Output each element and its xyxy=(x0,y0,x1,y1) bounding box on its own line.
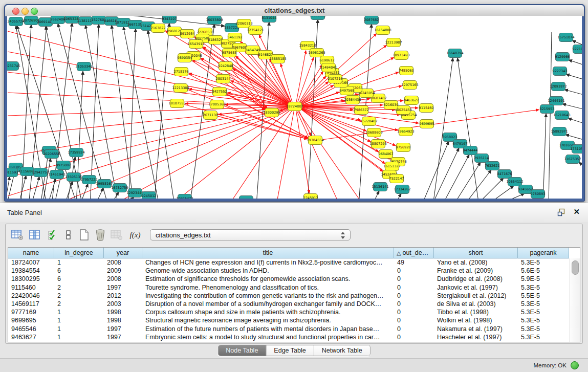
graph-node[interactable]: 9760893 xyxy=(531,190,546,199)
delete-icon[interactable] xyxy=(94,228,107,242)
graph-node[interactable]: 8215953 xyxy=(540,105,555,114)
select-all-icon[interactable] xyxy=(47,228,60,242)
graph-node[interactable]: 2803144 xyxy=(216,75,231,83)
graph-edge[interactable] xyxy=(123,27,159,199)
graph-node[interactable]: 9227343 xyxy=(553,67,568,76)
table-selector-dropdown[interactable]: citations_edges.txt xyxy=(150,229,351,240)
column-header-outde[interactable]: △out_de… xyxy=(394,248,434,258)
graph-node[interactable]: 2671130 xyxy=(203,111,218,120)
graph-node[interactable]: 9756928 xyxy=(396,143,411,152)
graph-node[interactable]: 5461192 xyxy=(228,33,243,42)
graph-node[interactable]: 17359924 xyxy=(68,148,84,157)
scrollbar-thumb[interactable] xyxy=(572,260,579,275)
graph-edge[interactable] xyxy=(543,114,546,199)
graph-node[interactable]: 10925473 xyxy=(176,194,193,199)
graph-edge[interactable] xyxy=(372,191,379,199)
graph-node[interactable]: 12942757 xyxy=(32,168,49,177)
graph-node[interactable]: 19958167 xyxy=(96,180,113,188)
graph-node[interactable]: 16033809 xyxy=(206,16,223,25)
graph-node[interactable]: 20231745 xyxy=(7,62,20,71)
graph-edge[interactable] xyxy=(565,135,582,141)
graph-node[interactable]: 8471676 xyxy=(497,170,512,179)
graph-node[interactable]: 15892971 xyxy=(551,127,568,136)
graph-node[interactable]: 11675357 xyxy=(564,155,581,164)
graph-node[interactable]: 15136141 xyxy=(372,183,388,191)
graph-node[interactable]: 24055724 xyxy=(7,17,24,26)
graph-node[interactable]: 16210643 xyxy=(553,111,570,120)
column-header-indegree[interactable]: in_degree xyxy=(54,248,104,258)
graph-node[interactable]: 7986372 xyxy=(354,106,369,115)
graph-node[interactable]: 20364436 xyxy=(344,96,361,104)
table-row[interactable]: 1938455462009Genome-wide association stu… xyxy=(8,267,570,275)
graph-node[interactable]: 9975887 xyxy=(56,161,71,170)
graph-node[interactable]: 7485063 xyxy=(399,67,414,75)
import-table-icon[interactable] xyxy=(110,228,123,242)
graph-node[interactable]: 9129966 xyxy=(555,53,570,61)
graph-node[interactable]: 12754121 xyxy=(247,26,264,35)
graph-node[interactable]: 12213987 xyxy=(385,38,402,47)
graph-edge[interactable] xyxy=(259,35,291,102)
graph-node[interactable]: 12213384 xyxy=(172,84,189,93)
graph-node[interactable]: 18107555 xyxy=(168,99,185,108)
graph-node[interactable]: 15885185 xyxy=(269,55,286,63)
graph-edge[interactable] xyxy=(432,148,459,199)
graph-node[interactable]: 16543912 xyxy=(187,40,204,49)
graph-node[interactable]: 9343107 xyxy=(162,16,177,24)
graph-node[interactable]: 2245012 xyxy=(303,194,318,199)
graph-edge[interactable] xyxy=(90,24,99,199)
tab-network-table[interactable]: Network Table xyxy=(314,345,370,356)
graph-node[interactable]: 12093872 xyxy=(550,82,567,91)
graph-node[interactable]: 7522147 xyxy=(389,174,404,183)
graph-node[interactable]: 10973493 xyxy=(393,51,409,60)
graph-node[interactable]: 9890354 xyxy=(178,54,192,62)
graph-edge[interactable] xyxy=(549,32,552,199)
graph-node[interactable]: 3911593 xyxy=(7,168,18,177)
graph-edge[interactable] xyxy=(111,192,119,199)
graph-node[interactable]: 16648794 xyxy=(446,49,463,58)
function-builder-icon[interactable]: f(x) xyxy=(128,228,142,242)
graph-edge[interactable] xyxy=(295,106,361,199)
window-titlebar[interactable]: citations_edges.txt xyxy=(5,5,584,16)
graph-edge[interactable] xyxy=(568,118,582,124)
graph-node[interactable]: 9463627 xyxy=(404,96,419,105)
graph-node[interactable]: 20206556 xyxy=(43,150,60,159)
graph-node[interactable]: 9562406 xyxy=(51,16,66,24)
graph-node[interactable]: 6216039 xyxy=(384,101,399,110)
table-row[interactable]: 946554611997Estimation of the future num… xyxy=(8,325,570,333)
table-row[interactable]: 911546021997Tourette syndrome. Phenomeno… xyxy=(8,283,570,292)
graph-edge[interactable] xyxy=(85,25,118,199)
graph-node[interactable]: 18807293 xyxy=(369,140,386,148)
graph-node[interactable]: 9684067 xyxy=(379,150,394,159)
graph-node[interactable]: 18724007 xyxy=(286,102,303,111)
close-icon[interactable]: ✕ xyxy=(573,207,580,216)
column-header-pagerank[interactable]: pagerank xyxy=(518,248,569,258)
graph-edge[interactable] xyxy=(453,162,481,199)
select-columns-icon[interactable] xyxy=(28,228,41,242)
graph-node[interactable]: 17310536 xyxy=(570,145,582,154)
network-canvas[interactable]: 2405572420726909206914069562406106532871… xyxy=(7,16,582,199)
table-row[interactable]: 969969511998Structural magnetic resonanc… xyxy=(8,316,570,324)
graph-node[interactable]: 2107216 xyxy=(328,75,343,83)
graph-edge[interactable] xyxy=(564,90,582,96)
graph-edge[interactable] xyxy=(395,193,401,199)
graph-edge[interactable] xyxy=(118,106,295,199)
graph-edge[interactable] xyxy=(487,186,514,199)
column-header-name[interactable]: name xyxy=(8,248,54,258)
column-header-short[interactable]: short xyxy=(434,248,518,258)
graph-node[interactable]: 2718176 xyxy=(174,68,189,76)
graph-edge[interactable] xyxy=(562,104,582,110)
table-row[interactable]: 2242004622012Investigating the contribut… xyxy=(8,292,570,300)
graph-node[interactable]: 9875685 xyxy=(222,49,237,57)
tab-edge-table[interactable]: Edge Table xyxy=(266,345,314,356)
graph-edge[interactable] xyxy=(579,162,582,168)
graph-edge[interactable] xyxy=(497,193,525,199)
graph-node[interactable]: 7163822 xyxy=(151,24,166,33)
graph-node[interactable]: 15720407 xyxy=(360,117,377,126)
graph-node[interactable]: 15572302 xyxy=(309,16,326,20)
table-row[interactable]: 1830029562008Estimation of significance … xyxy=(8,275,570,283)
graph-node[interactable]: 14138920 xyxy=(237,196,254,199)
graph-edge[interactable] xyxy=(95,188,103,199)
graph-node[interactable]: 21494041 xyxy=(320,63,337,72)
tab-node-table[interactable]: Node Table xyxy=(218,345,266,356)
vertical-scrollbar[interactable] xyxy=(570,258,580,342)
